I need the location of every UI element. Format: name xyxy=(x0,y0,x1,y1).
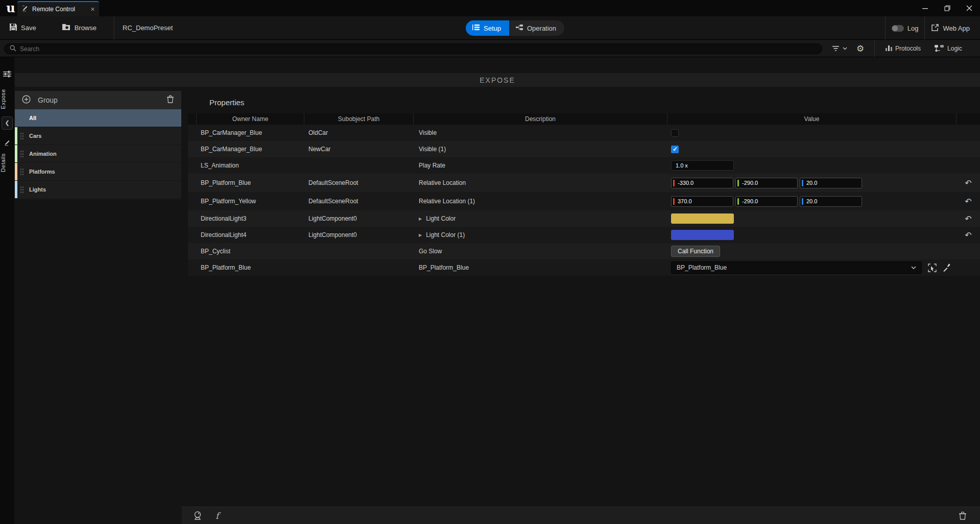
drag-handle-icon[interactable] xyxy=(20,185,24,194)
owner-name: LS_Animation xyxy=(197,162,304,169)
drag-handle-icon[interactable] xyxy=(20,132,24,140)
column-header-subobject-path[interactable]: Subobject Path xyxy=(304,113,414,125)
collapse-panel-button[interactable]: ❮ xyxy=(2,116,13,130)
property-description: Visible (1) xyxy=(419,146,446,153)
property-row[interactable]: LS_Animation Play Rate 1.0 x xyxy=(188,157,980,174)
properties-panel: Properties Owner Name Subobject Path Des… xyxy=(188,91,980,276)
property-row[interactable]: BP_Cyclist Go Slow Call Function xyxy=(188,243,980,259)
side-tab-expose[interactable]: Expose xyxy=(0,89,14,109)
web-app-label: Web App xyxy=(943,25,970,32)
search-input[interactable] xyxy=(20,45,817,53)
settings-gear-icon[interactable]: ⚙ xyxy=(856,43,864,54)
property-row[interactable]: BP_Platform_Blue DefaultSceneRoot Relati… xyxy=(188,174,980,192)
property-description: Visible xyxy=(419,129,437,136)
group-item-animation[interactable]: Animation xyxy=(15,145,181,163)
restore-button[interactable] xyxy=(936,0,958,16)
expand-arrow-icon[interactable]: ▶ xyxy=(419,233,422,237)
property-row[interactable]: BP_CarManager_Blue NewCar Visible (1) xyxy=(188,141,980,157)
x-axis-stripe xyxy=(673,198,675,205)
side-tab-details[interactable]: Details xyxy=(0,153,14,172)
web-app-button[interactable]: Web App xyxy=(925,16,976,40)
vector-z-input[interactable]: 20.0 xyxy=(800,196,862,207)
property-row[interactable]: DirectionalLight3 LightComponent0 ▶Light… xyxy=(188,210,980,227)
unreal-engine-logo: u xyxy=(4,2,17,15)
properties-title: Properties xyxy=(188,91,980,113)
logic-button[interactable]: Logic xyxy=(934,44,962,53)
preset-name: RC_DemoPreset xyxy=(114,24,181,32)
property-description: Go Slow xyxy=(419,248,442,255)
add-actor-icon[interactable] xyxy=(193,511,202,520)
tab-remote-control[interactable]: Remote Control ✕ xyxy=(17,1,99,16)
light-color-swatch[interactable] xyxy=(671,230,734,240)
log-toggle-icon xyxy=(892,25,904,32)
owner-name: DirectionalLight3 xyxy=(197,215,304,222)
delete-exposed-icon[interactable] xyxy=(959,511,967,520)
z-axis-stripe xyxy=(802,180,803,186)
group-item-cars[interactable]: Cars xyxy=(15,127,181,145)
owner-name: BP_CarManager_Blue xyxy=(197,146,304,153)
setup-mode-button[interactable]: Setup xyxy=(466,20,509,36)
group-item-lights[interactable]: Lights xyxy=(15,181,181,199)
property-row[interactable]: BP_Platform_Yellow DefaultSceneRoot Rela… xyxy=(188,192,980,210)
property-description: Play Rate xyxy=(419,162,445,169)
actor-reference-dropdown[interactable]: BP_Platform_Blue xyxy=(671,261,922,274)
column-header-owner-name[interactable]: Owner Name xyxy=(197,113,304,125)
owner-name: BP_CarManager_Blue xyxy=(197,129,304,136)
external-link-icon xyxy=(931,23,939,33)
call-function-button[interactable]: Call Function xyxy=(671,246,720,257)
drag-handle-icon[interactable] xyxy=(20,168,24,176)
vector-x-input[interactable]: -330.0 xyxy=(671,178,733,188)
minimize-button[interactable] xyxy=(914,0,936,16)
add-function-icon[interactable]: f xyxy=(216,511,219,521)
close-button[interactable] xyxy=(958,0,980,16)
pick-actor-icon[interactable] xyxy=(928,264,937,272)
property-row[interactable]: BP_Platform_Blue BP_Platform_Blue BP_Pla… xyxy=(188,259,980,276)
browse-folder-icon xyxy=(62,23,71,33)
expose-section-header: EXPOSE xyxy=(15,73,980,87)
search-box[interactable] xyxy=(4,43,822,54)
group-item-all[interactable]: All xyxy=(15,109,181,127)
reset-to-default-icon[interactable]: ↶ xyxy=(965,214,971,224)
search-row-separator xyxy=(874,40,875,57)
operation-mode-button[interactable]: Operation xyxy=(509,20,564,36)
eyedropper-icon[interactable] xyxy=(943,264,951,272)
add-group-icon[interactable] xyxy=(22,95,31,106)
owner-name: BP_Platform_Yellow xyxy=(197,198,304,205)
expand-arrow-icon[interactable]: ▶ xyxy=(419,217,422,221)
tab-close-icon[interactable]: ✕ xyxy=(90,6,95,13)
reset-to-default-icon[interactable]: ↶ xyxy=(965,197,971,206)
expose-title: EXPOSE xyxy=(480,76,515,84)
vector-y-input[interactable]: -290.0 xyxy=(735,196,798,207)
vector-y-input[interactable]: -290.0 xyxy=(735,178,798,188)
main-toolbar: Save Browse RC_DemoPreset Setup Operatio… xyxy=(0,16,980,40)
browse-button[interactable]: Browse xyxy=(56,16,103,40)
protocols-button[interactable]: Protocols xyxy=(886,44,921,53)
drag-handle-icon[interactable] xyxy=(20,150,24,158)
group-item-platforms[interactable]: Platforms xyxy=(15,163,181,181)
property-row[interactable]: DirectionalLight4 LightComponent0 ▶Light… xyxy=(188,227,980,243)
reset-to-default-icon[interactable]: ↶ xyxy=(965,230,971,240)
visible-checkbox[interactable] xyxy=(671,146,679,153)
visible-checkbox[interactable] xyxy=(671,129,679,137)
owner-name: BP_Platform_Blue xyxy=(197,264,304,271)
filter-button[interactable] xyxy=(832,45,847,52)
owner-name: BP_Cyclist xyxy=(197,248,304,255)
group-color-stripe xyxy=(15,127,17,145)
delete-group-icon[interactable] xyxy=(166,95,174,105)
log-toggle-button[interactable]: Log xyxy=(886,16,925,40)
column-header-description[interactable]: Description xyxy=(414,113,667,125)
column-header-value[interactable]: Value xyxy=(667,113,957,125)
mode-switch: Setup Operation xyxy=(466,20,564,36)
save-button[interactable]: Save xyxy=(3,16,42,40)
play-rate-input[interactable]: 1.0 x xyxy=(671,160,734,171)
vector-z-input[interactable]: 20.0 xyxy=(800,178,862,188)
group-item-label: Platforms xyxy=(29,169,55,175)
drag-handle-icon[interactable] xyxy=(20,114,24,123)
edit-pencil-icon xyxy=(21,5,29,14)
light-color-swatch[interactable] xyxy=(671,213,734,224)
group-color-stripe xyxy=(15,109,17,127)
property-row[interactable]: BP_CarManager_Blue OldCar Visible xyxy=(188,125,980,141)
vector-x-input[interactable]: 370.0 xyxy=(671,196,733,207)
sliders-icon[interactable] xyxy=(0,66,14,82)
reset-to-default-icon[interactable]: ↶ xyxy=(965,178,971,188)
